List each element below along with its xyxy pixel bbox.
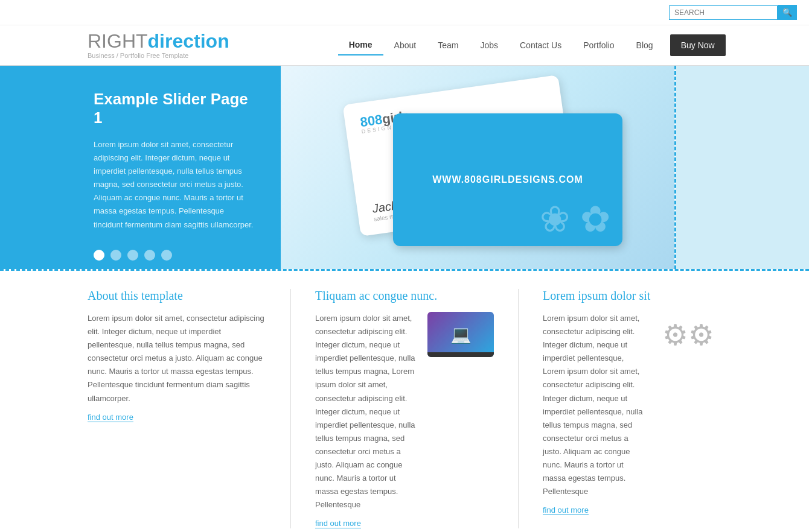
- col1-find-more-link[interactable]: find out more: [88, 413, 133, 422]
- nav-blog[interactable]: Blog: [625, 36, 664, 55]
- col2-image: 💻: [427, 312, 494, 357]
- logo-right: direction: [148, 30, 229, 52]
- nav-home[interactable]: Home: [338, 35, 383, 55]
- main-nav: Home About Team Jobs Contact Us Portfoli…: [338, 34, 726, 56]
- logo-left: RIGHT: [88, 30, 148, 52]
- slider-right-panel: [676, 66, 809, 269]
- nav-about[interactable]: About: [383, 36, 427, 55]
- nav-portfolio[interactable]: Portfolio: [572, 36, 625, 55]
- content-col-1: About this template Lorem ipsum dolor si…: [88, 289, 266, 528]
- content-col-2: Tliquam ac congue nunc. Lorem ipsum dolo…: [315, 289, 494, 528]
- col1-title: About this template: [88, 289, 266, 303]
- nav-contact[interactable]: Contact Us: [509, 36, 572, 55]
- logo-text: RIGHTdirection: [88, 31, 229, 51]
- col2-title: Tliquam ac congue nunc.: [315, 289, 494, 303]
- search-form: 🔍: [669, 5, 797, 20]
- flowers-icon: ❀ ✿: [540, 198, 610, 240]
- logo: RIGHTdirection Business / Portfolio Free…: [88, 31, 229, 59]
- col3-text: Lorem ipsum dolor sit amet, consectetur …: [543, 312, 646, 498]
- search-input[interactable]: [669, 5, 778, 20]
- search-button[interactable]: 🔍: [778, 5, 797, 20]
- slider-text: Lorem ipsum dolor sit amet, consectetur …: [94, 138, 255, 232]
- divider-1: [290, 289, 291, 528]
- top-bar: 🔍: [0, 0, 809, 25]
- nav-team[interactable]: Team: [427, 36, 469, 55]
- biz-card-container: 808girls DESIGNS Jackson King sales mana…: [333, 77, 622, 258]
- gear-icon: ⚙⚙: [655, 312, 721, 357]
- slider-dot-4[interactable]: [144, 250, 155, 261]
- buy-now-button[interactable]: Buy Now: [670, 34, 726, 56]
- slider-bg: 808girls DESIGNS Jackson King sales mana…: [281, 66, 674, 269]
- slider-dot-2[interactable]: [110, 250, 121, 261]
- col1-text: Lorem ipsum dolor sit amet, consectetur …: [88, 312, 266, 405]
- slider-dot-1[interactable]: [94, 250, 104, 261]
- col3-title: Lorem ipsum dolor sit: [543, 289, 721, 303]
- slider-dots: [94, 250, 255, 261]
- divider-2: [518, 289, 519, 528]
- slider-dot-5[interactable]: [161, 250, 172, 261]
- logo-subtitle: Business / Portfolio Free Template: [88, 52, 229, 59]
- laptop-icon: 💻: [427, 312, 494, 357]
- nav-jobs[interactable]: Jobs: [469, 36, 509, 55]
- col2-find-more-link[interactable]: find out more: [315, 519, 361, 528]
- col2-text: Lorem ipsum dolor sit amet, consectetur …: [315, 312, 418, 511]
- biz-website: WWW.808GIRLDESIGNS.COM: [432, 174, 583, 185]
- slider-section: Example Slider Page 1 Lorem ipsum dolor …: [0, 66, 809, 271]
- main-content: About this template Lorem ipsum dolor si…: [0, 271, 809, 532]
- header: RIGHTdirection Business / Portfolio Free…: [0, 25, 809, 66]
- slider-left-panel: Example Slider Page 1 Lorem ipsum dolor …: [0, 66, 281, 269]
- col3-image: ⚙⚙: [655, 312, 721, 357]
- slider-title: Example Slider Page 1: [94, 90, 255, 127]
- content-col-3: Lorem ipsum dolor sit Lorem ipsum dolor …: [543, 289, 721, 528]
- slider-image-panel: 808girls DESIGNS Jackson King sales mana…: [281, 66, 676, 269]
- col2-content: Lorem ipsum dolor sit amet, consectetur …: [315, 312, 494, 511]
- slider-dot-3[interactable]: [127, 250, 138, 261]
- biz-card-front: WWW.808GIRLDESIGNS.COM ❀ ✿: [393, 113, 622, 246]
- col3-find-more-link[interactable]: find out more: [543, 505, 589, 515]
- col3-content: Lorem ipsum dolor sit amet, consectetur …: [543, 312, 721, 498]
